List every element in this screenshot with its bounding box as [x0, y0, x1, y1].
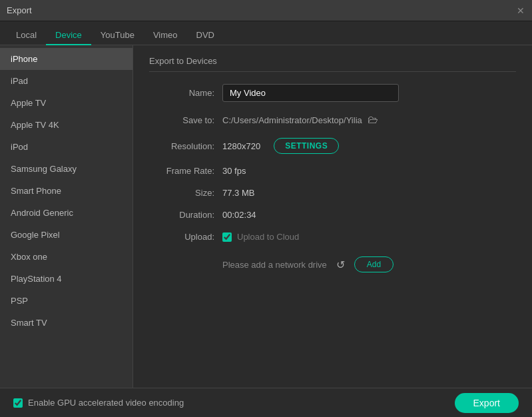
network-drive-row: Please add a network drive ↺ Add	[222, 256, 516, 272]
size-value: 77.3 MB	[222, 188, 254, 198]
tab-device[interactable]: Device	[46, 26, 91, 45]
tab-vimeo[interactable]: Vimeo	[144, 26, 187, 45]
size-row: Size: 77.3 MB	[149, 188, 516, 198]
sidebar-item-ipad[interactable]: iPad	[0, 70, 133, 92]
upload-cloud-row: Upload to Cloud	[222, 232, 299, 242]
upload-cloud-checkbox[interactable]	[222, 232, 232, 242]
frame-rate-row: Frame Rate: 30 fps	[149, 166, 516, 176]
sidebar-item-xbox-one[interactable]: Xbox one	[0, 246, 133, 268]
tab-local[interactable]: Local	[7, 26, 46, 45]
device-sidebar: iPhone iPad Apple TV Apple TV 4K iPod Sa…	[0, 45, 133, 388]
name-label: Name:	[149, 88, 222, 98]
sidebar-item-smart-tv[interactable]: Smart TV	[0, 312, 133, 334]
tab-dvd[interactable]: DVD	[187, 26, 224, 45]
export-button[interactable]: Export	[455, 393, 519, 413]
window-title: Export	[7, 5, 32, 15]
gpu-checkbox[interactable]	[13, 398, 23, 408]
settings-button[interactable]: SETTINGS	[274, 138, 339, 154]
resolution-value: 1280x720	[222, 141, 260, 151]
upload-row: Upload: Upload to Cloud	[149, 232, 516, 242]
upload-label: Upload:	[149, 232, 222, 242]
folder-icon[interactable]: 🗁	[368, 114, 378, 126]
duration-row: Duration: 00:02:34	[149, 210, 516, 220]
resolution-label: Resolution:	[149, 141, 222, 151]
sidebar-item-android-generic[interactable]: Android Generic	[0, 202, 133, 224]
sidebar-item-psp[interactable]: PSP	[0, 290, 133, 312]
frame-rate-value: 30 fps	[222, 166, 246, 176]
upload-cloud-label: Upload to Cloud	[237, 232, 299, 242]
tab-bar: Local Device YouTube Vimeo DVD	[0, 21, 532, 45]
close-button[interactable]: ✕	[516, 6, 525, 15]
content-area: iPhone iPad Apple TV Apple TV 4K iPod Sa…	[0, 45, 532, 388]
resolution-row: Resolution: 1280x720 SETTINGS	[149, 138, 516, 154]
export-window: Export ✕ Local Device YouTube Vimeo DVD …	[0, 0, 532, 417]
network-drive-text: Please add a network drive	[222, 260, 327, 270]
name-input[interactable]	[222, 84, 399, 102]
tab-youtube[interactable]: YouTube	[91, 26, 144, 45]
add-button[interactable]: Add	[354, 256, 394, 272]
refresh-button[interactable]: ↺	[335, 257, 346, 272]
sidebar-item-apple-tv-4k[interactable]: Apple TV 4K	[0, 114, 133, 136]
save-to-row: Save to: C:/Users/Administrator/Desktop/…	[149, 114, 516, 126]
main-panel: Export to Devices Name: Save to: C:/User…	[133, 45, 532, 388]
path-row: C:/Users/Administrator/Desktop/Yilia 🗁	[222, 114, 378, 126]
section-title: Export to Devices	[149, 56, 516, 72]
sidebar-item-smart-phone[interactable]: Smart Phone	[0, 180, 133, 202]
save-path-text: C:/Users/Administrator/Desktop/Yilia	[222, 115, 362, 125]
title-bar: Export ✕	[0, 0, 532, 21]
sidebar-item-iphone[interactable]: iPhone	[0, 48, 133, 70]
sidebar-item-ipod[interactable]: iPod	[0, 136, 133, 158]
sidebar-item-samsung-galaxy[interactable]: Samsung Galaxy	[0, 158, 133, 180]
sidebar-item-google-pixel[interactable]: Google Pixel	[0, 224, 133, 246]
duration-value: 00:02:34	[222, 210, 256, 220]
gpu-label: Enable GPU accelerated video encoding	[28, 398, 184, 408]
frame-rate-label: Frame Rate:	[149, 166, 222, 176]
sidebar-item-playstation-4[interactable]: PlayStation 4	[0, 268, 133, 290]
gpu-row: Enable GPU accelerated video encoding	[13, 398, 184, 408]
save-to-label: Save to:	[149, 115, 222, 125]
sidebar-item-apple-tv[interactable]: Apple TV	[0, 92, 133, 114]
size-label: Size:	[149, 188, 222, 198]
bottom-bar: Enable GPU accelerated video encoding Ex…	[0, 388, 532, 417]
duration-label: Duration:	[149, 210, 222, 220]
name-row: Name:	[149, 84, 516, 102]
